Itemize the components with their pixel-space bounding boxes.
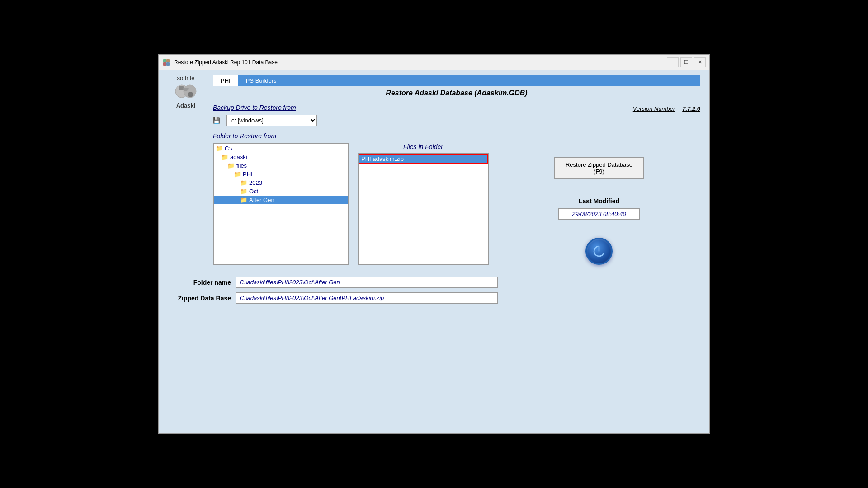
tab-phi[interactable]: PHI <box>213 75 238 86</box>
svg-rect-1 <box>166 62 170 66</box>
file-item-zip[interactable]: PHI adaskim.zip <box>359 154 488 164</box>
panels-area: 📁 C:\ 📁 adaski 📁 files 📁 <box>213 143 700 265</box>
svg-rect-3 <box>163 62 166 66</box>
tree-item-adaski[interactable]: 📁 adaski <box>214 153 348 161</box>
zipped-db-row: Zipped Data Base C:\adaski\files\PHI\202… <box>168 292 700 304</box>
folder-icon: 📁 <box>227 162 235 169</box>
main-content: softrite Adaski PHI PS Builders <box>159 70 709 433</box>
svg-rect-0 <box>163 59 166 62</box>
top-area: softrite Adaski PHI PS Builders <box>168 75 700 265</box>
tab-bar: PHI PS Builders <box>213 75 700 86</box>
tree-item-phi[interactable]: 📁 PHI <box>214 170 348 178</box>
tab-ps-builders[interactable]: PS Builders <box>238 75 284 86</box>
right-side: PHI PS Builders Restore Adaski Database … <box>213 75 700 265</box>
folder-icon: 📁 <box>216 145 223 152</box>
main-window: Restore Zipped Adaski Rep 101 Data Base … <box>158 54 710 434</box>
app-icon <box>162 58 170 66</box>
logo-area: softrite Adaski <box>168 75 204 109</box>
tree-item-oct[interactable]: 📁 Oct <box>214 187 348 196</box>
logo-top-text: softrite <box>177 75 194 81</box>
titlebar: Restore Zipped Adaski Rep 101 Data Base … <box>159 55 709 70</box>
tree-item-files[interactable]: 📁 files <box>214 161 348 170</box>
backup-drive-link[interactable]: Backup Drive to Restore from <box>213 104 296 111</box>
last-modified-section: Last Modified 29/08/2023 08:40:40 <box>558 197 640 220</box>
folder-name-label: Folder name <box>168 279 231 286</box>
files-panel: Files in Folder PHI adaskim.zip <box>358 143 489 265</box>
tree-item-label: PHI <box>243 171 253 178</box>
tab-fill <box>284 75 700 86</box>
window-controls: — ☐ ✕ <box>667 57 706 67</box>
folder-restore-label: Folder to Restore from <box>213 132 700 140</box>
tree-item-c[interactable]: 📁 C:\ <box>214 144 348 153</box>
folder-icon: 📁 <box>240 188 247 195</box>
restore-zipped-database-button[interactable]: Restore Zipped Database (F9) <box>554 157 644 179</box>
drive-select[interactable]: c: [windows] <box>226 115 317 126</box>
tree-item-label: adaski <box>230 154 247 160</box>
tree-item-label: C:\ <box>225 145 232 152</box>
puzzle-logo-icon <box>175 82 197 101</box>
minimize-button[interactable]: — <box>667 57 679 67</box>
files-list[interactable]: PHI adaskim.zip <box>358 153 489 265</box>
version-label: Version Number <box>633 105 675 112</box>
version-value: 7.7.2.6 <box>682 105 700 112</box>
last-modified-label: Last Modified <box>579 197 619 205</box>
power-icon <box>592 244 606 258</box>
file-item-label: PHI adaskim.zip <box>361 155 404 162</box>
right-panel: Restore Zipped Database (F9) Last Modifi… <box>498 143 700 265</box>
folder-icon: 📁 <box>234 171 241 178</box>
maximize-button[interactable]: ☐ <box>680 57 692 67</box>
bottom-area: Folder name C:\adaski\files\PHI\2023\Oct… <box>168 277 700 304</box>
folder-icon: 📁 <box>240 179 247 186</box>
zipped-db-label: Zipped Data Base <box>168 295 231 302</box>
svg-rect-6 <box>179 86 184 90</box>
folder-name-row: Folder name C:\adaski\files\PHI\2023\Oct… <box>168 277 700 288</box>
power-button[interactable] <box>585 238 613 265</box>
tree-item-label: After Gen <box>249 197 274 203</box>
version-area: Version Number 7.7.2.6 <box>633 103 700 112</box>
last-modified-value: 29/08/2023 08:40:40 <box>558 208 640 220</box>
backup-drive-section: Backup Drive to Restore from 💾 c: [windo… <box>213 103 317 129</box>
tree-item-2023[interactable]: 📁 2023 <box>214 178 348 187</box>
folder-name-value: C:\adaski\files\PHI\2023\Oct\After Gen <box>236 277 498 288</box>
folder-icon: 📁 <box>221 154 228 160</box>
tree-item-label: Oct <box>249 188 258 195</box>
close-button[interactable]: ✕ <box>694 57 706 67</box>
restore-button-label: Restore Zipped Database (F9) <box>566 161 632 175</box>
window-title: Restore Zipped Adaski Rep 101 Data Base <box>174 59 663 66</box>
svg-rect-7 <box>188 92 193 97</box>
tree-item-label: files <box>236 162 247 169</box>
folder-icon-selected: 📁 <box>240 197 247 203</box>
svg-rect-2 <box>166 59 170 62</box>
logo-bottom-text: Adaski <box>176 102 196 109</box>
folder-tree-panel[interactable]: 📁 C:\ 📁 adaski 📁 files 📁 <box>213 143 349 265</box>
drive-select-row: 💾 c: [windows] <box>213 115 317 126</box>
tree-item-label: 2023 <box>249 179 262 186</box>
files-label: Files in Folder <box>358 143 489 150</box>
zipped-db-value: C:\adaski\files\PHI\2023\Oct\After Gen\P… <box>236 292 498 304</box>
tree-item-after-gen[interactable]: 📁 After Gen <box>214 196 348 204</box>
main-title: Restore Adaski Database (Adaskim.GDB) <box>213 89 700 97</box>
